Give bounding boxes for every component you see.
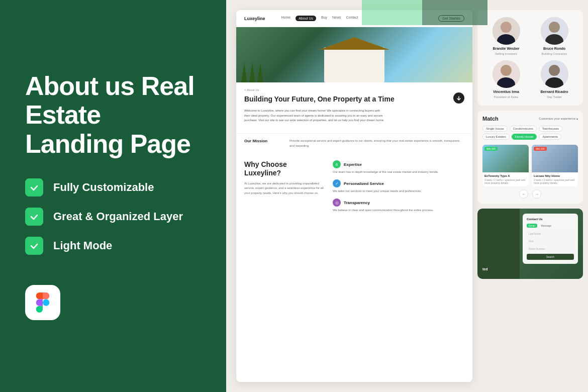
team-member-2: Bruce Rondo Building Contractor [533, 17, 576, 55]
property-details-1: 3 beds • 2 baths • spacious yard and mor… [484, 178, 527, 184]
form-field-firstname[interactable]: First [527, 238, 574, 244]
side-panels: Brandie Wesber Selling Investors Bruce R… [472, 0, 588, 392]
transparency-text: We believe in clear and open communicati… [333, 208, 464, 213]
team-avatar-1 [493, 17, 520, 45]
form-tab-message[interactable]: Message [539, 224, 553, 228]
page-title: About us Real Estate Landing Page [25, 72, 201, 158]
property-card-1[interactable]: $96,000 EcTownity Type A 3 beds • 2 bath… [482, 145, 529, 186]
check-icon-customizable [25, 178, 43, 197]
mission-section: Our Mission Provide exceptional service … [236, 133, 472, 153]
expertise-title: Expertise [344, 162, 362, 167]
nav-link-buy[interactable]: Buy [321, 16, 327, 21]
form-search-button[interactable]: Search [527, 254, 574, 260]
form-field-lastname[interactable]: Last Name [527, 231, 574, 237]
left-panel: About us Real Estate Landing Page Fully … [0, 0, 226, 392]
feature-list: Fully Customizable Great & Organized Lay… [25, 178, 201, 255]
property-name-1: EcTownity Type A [484, 174, 527, 177]
mission-text: Provide exceptional service and expert g… [289, 139, 464, 148]
feature-label-lightmode: Light Mode [53, 239, 112, 252]
match-tags: Single House Condominiums Townhouses Lux… [482, 126, 578, 140]
svg-rect-7 [551, 29, 558, 32]
match-dropdown[interactable]: Customize your experience ▾ [539, 117, 578, 121]
right-panel: Luxeyline Home About Us Buy News Contact… [226, 0, 588, 392]
properties-grid: $96,000 EcTownity Type A 3 beds • 2 bath… [482, 145, 578, 186]
team-member-3-name: Vincentius Irma [493, 90, 519, 93]
why-item-personalized: ✓ Personalized Service We tailor our ser… [333, 179, 464, 193]
team-avatar-4 [541, 60, 568, 88]
dark-overlay [422, 0, 487, 25]
green-overlay [362, 0, 422, 25]
expertise-text: Our team has in-depth knowledge of the r… [333, 170, 464, 174]
expertise-icon: 6 [333, 160, 341, 168]
match-tag-condo[interactable]: Condominiums [510, 126, 537, 132]
team-member-1-role: Selling Investors [495, 52, 517, 55]
nav-brand: Luxeyline [244, 16, 265, 21]
why-item-expertise: 6 Expertise Our team has in-depth knowle… [333, 160, 464, 174]
contact-form[interactable]: Contact Us Email Message Last Name First… [523, 214, 578, 264]
why-choose-section: Why Choose Luxeyline? At Luxeyline, we a… [236, 153, 472, 225]
check-icon-lightmode [25, 237, 43, 255]
property-details-2: 2 beds • 2 baths • spacious yard and mor… [534, 178, 576, 184]
feature-label-organized: Great & Organized Layer [53, 210, 183, 223]
match-tag-luxury[interactable]: Luxury Estates [482, 134, 510, 140]
nav-link-about[interactable]: About Us [296, 16, 316, 21]
nav-arrows: ← → [482, 189, 578, 199]
hero-description: Welcome to Luxeyline, where you can find… [244, 109, 385, 123]
form-tab-email[interactable]: Email [527, 224, 537, 228]
match-tag-single[interactable]: Single House [482, 126, 508, 132]
why-item-transparency: ◎ Transparency We believe in clear and o… [333, 199, 464, 213]
team-member-4-name: Bernard Ricadro [541, 90, 568, 93]
contact-form-title: Contact Us [527, 218, 574, 221]
about-section: < About Us Building Your Future, One Pro… [236, 82, 472, 129]
feature-item-lightmode: Light Mode [25, 237, 201, 255]
svg-rect-15 [551, 72, 558, 75]
team-member-3: Vincentius Irma President of Sales [484, 60, 528, 99]
tree-1 [241, 62, 247, 82]
prev-arrow[interactable]: ← [519, 189, 528, 199]
form-label-firstname: First [529, 240, 534, 243]
form-search-label: Search [546, 255, 554, 258]
form-label-room: Room Number [529, 247, 545, 250]
feature-item-organized: Great & Organized Layer [25, 208, 201, 226]
svg-rect-11 [503, 72, 510, 75]
property-card-2[interactable]: $60,000 Lucaas Nity Home 2 beds • 2 bath… [532, 145, 578, 186]
hero-house [324, 47, 384, 82]
property-name-2: Lucaas Nity Home [534, 174, 576, 177]
team-panel: Brandie Wesber Selling Investors Bruce R… [477, 10, 583, 106]
property-badge-2: $60,000 [534, 147, 547, 151]
check-icon-organized [25, 208, 43, 226]
why-item-header-personalized: ✓ Personalized Service [333, 179, 464, 187]
why-title: Why Choose Luxeyline? [244, 160, 325, 177]
form-label-lastname: Last Name [529, 232, 541, 235]
nav-links: Home About Us Buy News Contact [281, 16, 358, 21]
team-member-2-name: Bruce Rondo [543, 47, 565, 50]
personalized-icon: ✓ [333, 179, 341, 187]
why-item-header-transparency: ◎ Transparency [333, 199, 464, 207]
contact-panel: ted Contact Us Email Message Last Name F… [477, 209, 583, 279]
form-field-room[interactable]: Room Number [527, 246, 574, 252]
personalized-title: Personalized Service [344, 181, 384, 186]
transparency-title: Transparency [344, 201, 370, 205]
team-member-4-role: Day Trader [547, 95, 562, 99]
next-arrow[interactable]: → [532, 189, 541, 199]
match-title: Match [482, 116, 499, 122]
why-subtitle: At Luxeyline, we are dedicated to provid… [244, 181, 325, 196]
match-tag-town[interactable]: Townhouses [539, 126, 562, 132]
nav-link-news[interactable]: News [332, 16, 341, 21]
tree-3 [257, 62, 263, 82]
form-tabs: Email Message [527, 224, 574, 228]
why-item-header-expertise: 6 Expertise [333, 160, 464, 168]
match-tag-apt[interactable]: Apartments [539, 134, 561, 140]
figma-icon[interactable] [25, 285, 60, 320]
hero-title: Building Your Future, One Property at a … [244, 94, 464, 104]
team-member-1-name: Brandie Wesber [493, 47, 519, 50]
tree-2 [249, 62, 255, 82]
hero-trees [241, 62, 263, 82]
match-tag-family[interactable]: Family House [512, 134, 537, 140]
nav-link-home[interactable]: Home [281, 16, 291, 21]
property-info-2: Lucaas Nity Home 2 beds • 2 baths • spac… [532, 172, 578, 186]
team-grid: Brandie Wesber Selling Investors Bruce R… [484, 17, 576, 99]
team-member-1: Brandie Wesber Selling Investors [484, 17, 528, 55]
personalized-text: We tailor our services to meet your uniq… [333, 189, 464, 193]
nav-link-contact[interactable]: Contact [346, 16, 358, 21]
